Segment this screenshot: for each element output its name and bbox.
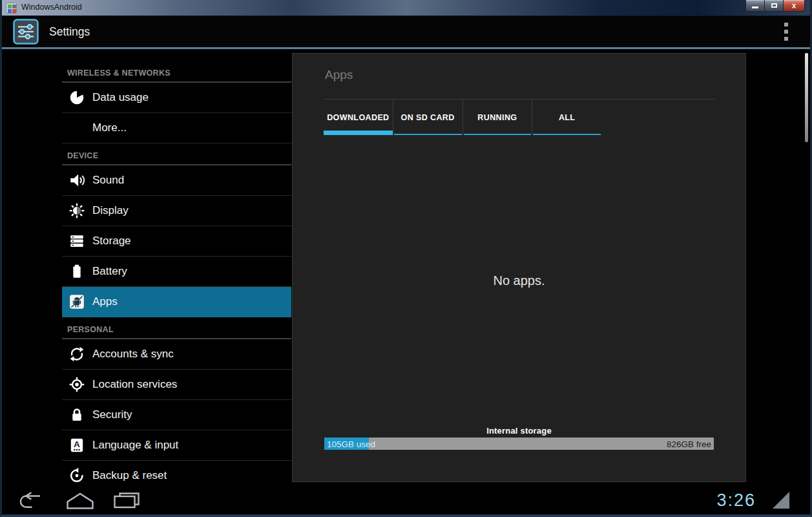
sidebar-item-label: Security bbox=[92, 408, 132, 421]
sidebar-item-label: Backup & reset bbox=[92, 469, 167, 482]
display-icon bbox=[68, 202, 85, 219]
storage-summary: Internal storage 105GB used 826GB free bbox=[324, 426, 714, 450]
sidebar-item-language[interactable]: A Language & input bbox=[62, 430, 291, 461]
apps-panel: Apps DOWNLOADED ON SD CARD RUNNING ALL N… bbox=[292, 53, 746, 482]
sync-icon bbox=[68, 346, 85, 363]
windowsandroid-logo-icon bbox=[6, 3, 17, 14]
battery-icon bbox=[68, 263, 85, 280]
sidebar-item-label: Sound bbox=[92, 174, 124, 187]
sidebar-item-label: Data usage bbox=[92, 91, 149, 104]
action-bar: Settings bbox=[2, 16, 810, 47]
emulator-window: WindowsAndroid x Settings bbox=[0, 0, 812, 517]
sidebar-item-apps[interactable]: Apps bbox=[62, 287, 291, 317]
sidebar-item-more[interactable]: More... bbox=[62, 113, 291, 143]
apps-icon bbox=[68, 293, 85, 310]
overflow-menu-icon[interactable] bbox=[782, 20, 791, 43]
tab-running[interactable]: RUNNING bbox=[463, 100, 532, 135]
empty-state-message: No apps. bbox=[293, 273, 745, 288]
back-button[interactable] bbox=[16, 485, 42, 514]
sidebar-section-device: DEVICE bbox=[62, 143, 291, 165]
sidebar-item-storage[interactable]: Storage bbox=[62, 226, 291, 257]
tab-downloaded[interactable]: DOWNLOADED bbox=[324, 100, 393, 135]
status-clock[interactable]: 3:26 bbox=[716, 490, 756, 510]
back-icon bbox=[16, 492, 42, 509]
storage-icon bbox=[68, 233, 85, 249]
sidebar-item-label: Battery bbox=[92, 265, 127, 278]
spacer bbox=[68, 120, 85, 136]
storage-title: Internal storage bbox=[324, 426, 714, 436]
window-titlebar[interactable]: WindowsAndroid x bbox=[2, 0, 810, 16]
android-screen: Settings WIRELESS & NETWORKS Data usage bbox=[2, 16, 810, 514]
apps-tab-strip: DOWNLOADED ON SD CARD RUNNING ALL bbox=[324, 100, 601, 135]
scrollbar-thumb[interactable] bbox=[805, 53, 808, 142]
sidebar-item-label: Language & input bbox=[92, 439, 178, 452]
tab-on-sd-card[interactable]: ON SD CARD bbox=[393, 100, 463, 135]
recents-button[interactable] bbox=[112, 485, 141, 514]
close-button[interactable]: x bbox=[784, 0, 805, 12]
sidebar-item-data-usage[interactable]: Data usage bbox=[62, 83, 291, 113]
maximize-button[interactable] bbox=[765, 0, 784, 12]
tab-all[interactable]: ALL bbox=[532, 100, 601, 135]
svg-text:A: A bbox=[74, 439, 80, 449]
sidebar-item-accounts-sync[interactable]: Accounts & sync bbox=[62, 339, 291, 370]
maximize-icon bbox=[771, 3, 777, 8]
sidebar-item-label: Apps bbox=[92, 295, 118, 308]
settings-sliders-icon bbox=[13, 19, 39, 45]
sidebar-section-wireless: WIRELESS & NETWORKS bbox=[62, 69, 291, 83]
home-button[interactable] bbox=[64, 485, 96, 514]
backup-icon bbox=[68, 467, 85, 484]
settings-content: WIRELESS & NETWORKS Data usage More... D… bbox=[2, 49, 810, 485]
recents-icon bbox=[112, 491, 141, 509]
data-usage-icon bbox=[68, 89, 85, 106]
storage-used-label: 105GB used bbox=[327, 439, 375, 448]
language-icon: A bbox=[68, 437, 85, 454]
sidebar-item-label: Display bbox=[92, 204, 129, 217]
page-title: Settings bbox=[49, 25, 90, 39]
lock-icon bbox=[68, 406, 85, 423]
sidebar-item-sound[interactable]: Sound bbox=[62, 165, 291, 196]
sidebar-item-label: Storage bbox=[92, 235, 131, 248]
sidebar-item-label: More... bbox=[92, 121, 127, 134]
sound-icon bbox=[68, 172, 85, 189]
signal-icon bbox=[773, 492, 789, 509]
sidebar-section-personal: PERSONAL bbox=[62, 317, 291, 339]
sidebar-item-location[interactable]: Location services bbox=[62, 370, 291, 400]
window-title: WindowsAndroid bbox=[21, 3, 82, 12]
close-icon: x bbox=[792, 2, 796, 10]
minimize-button[interactable] bbox=[745, 0, 765, 12]
minimize-icon bbox=[752, 6, 758, 8]
home-icon bbox=[64, 491, 96, 509]
sidebar-item-label: Location services bbox=[92, 378, 177, 391]
sidebar-item-backup-reset[interactable]: Backup & reset bbox=[62, 461, 291, 485]
sidebar-item-battery[interactable]: Battery bbox=[62, 257, 291, 287]
storage-bar: 105GB used 826GB free bbox=[324, 438, 714, 450]
sidebar-item-display[interactable]: Display bbox=[62, 196, 291, 226]
sidebar-item-security[interactable]: Security bbox=[62, 400, 291, 430]
location-icon bbox=[68, 376, 85, 393]
panel-title: Apps bbox=[325, 68, 745, 82]
storage-free-label: 826GB free bbox=[667, 439, 711, 448]
system-navbar: 3:26 bbox=[2, 485, 810, 514]
settings-sidebar: WIRELESS & NETWORKS Data usage More... D… bbox=[62, 49, 291, 485]
sidebar-item-label: Accounts & sync bbox=[92, 348, 174, 361]
